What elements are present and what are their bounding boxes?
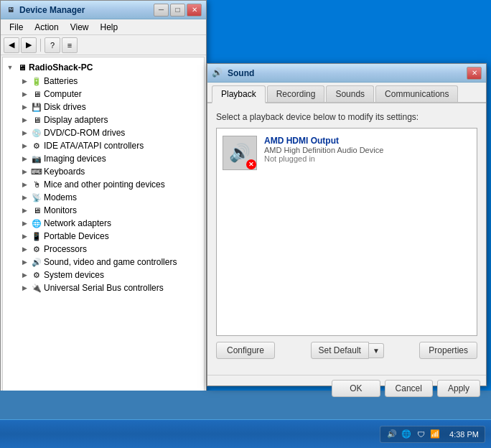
expand-icon[interactable]: ▶ (20, 116, 29, 124)
configure-button[interactable]: Configure (216, 342, 275, 359)
tab-communications[interactable]: Communications (375, 85, 458, 102)
signal-tray-icon[interactable]: 📶 (429, 429, 441, 440)
properties-button[interactable]: Properties (419, 342, 477, 359)
expand-icon[interactable]: ▶ (20, 271, 29, 279)
expand-icon[interactable]: ▶ (20, 129, 29, 137)
tree-item-display[interactable]: ▶ 🖥 Display adapters (6, 113, 201, 126)
network-tray-icon[interactable]: 🌐 (401, 429, 412, 440)
minimize-button[interactable]: ─ (154, 4, 169, 17)
expand-icon[interactable]: ▶ (20, 219, 29, 228)
ide-icon: ⚙ (31, 140, 42, 151)
device-description: AMD High Definition Audio Device (264, 146, 471, 154)
antivirus-tray-icon[interactable]: 🛡 (415, 429, 426, 440)
keyboard-icon: ⌨ (31, 166, 42, 177)
apply-button[interactable]: Apply (437, 380, 480, 397)
set-default-dropdown-button[interactable]: ▼ (369, 343, 384, 358)
device-entry-amd-hdmi[interactable]: 🔊 ✕ AMD HDMI Output AMD High Definition … (220, 131, 474, 174)
menu-action[interactable]: Action (29, 21, 64, 34)
device-manager-menubar: File Action View Help (1, 19, 206, 35)
tree-item-sound[interactable]: ▶ 🔊 Sound, video and game controllers (6, 256, 201, 269)
back-button[interactable]: ◀ (4, 37, 19, 53)
mice-icon: 🖱 (31, 179, 42, 190)
close-button[interactable]: ✕ (187, 4, 202, 17)
tree-item-mice[interactable]: ▶ 🖱 Mice and other pointing devices (6, 178, 201, 191)
sound-icon: 🔊 (31, 256, 42, 268)
sound-dialog-close[interactable]: ✕ (467, 67, 482, 80)
device-thumb: 🔊 ✕ (223, 136, 257, 170)
tree-label-system: System devices (44, 270, 104, 280)
expand-icon[interactable]: ▶ (20, 154, 29, 163)
tree-item-system[interactable]: ▶ ⚙ System devices (6, 269, 201, 281)
device-info: AMD HDMI Output AMD High Definition Audi… (264, 136, 471, 163)
display-icon: 🖥 (31, 114, 42, 126)
root-expand-icon[interactable]: ▼ (6, 63, 14, 72)
maximize-button[interactable]: □ (170, 4, 185, 17)
tree-item-modems[interactable]: ▶ 📡 Modems (6, 191, 201, 204)
properties-toolbar-button[interactable]: ≡ (62, 37, 78, 53)
device-tree[interactable]: ▼ 🖥 RadioShack-PC ▶ 🔋 Batteries ▶ 🖥 Comp… (2, 57, 205, 403)
tree-label-imaging: Imaging devices (44, 154, 106, 164)
tree-item-imaging[interactable]: ▶ 📷 Imaging devices (6, 152, 201, 165)
menu-help[interactable]: Help (95, 21, 124, 34)
tab-sounds[interactable]: Sounds (326, 85, 374, 102)
tab-recording[interactable]: Recording (267, 85, 325, 102)
device-manager-controls: ─ □ ✕ (154, 4, 202, 17)
tab-playback[interactable]: Playback (212, 85, 266, 103)
dialog-bottom-buttons: Configure Set Default ▼ Properties (216, 342, 477, 359)
tree-item-network[interactable]: ▶ 🌐 Network adapters (6, 217, 201, 230)
menu-view[interactable]: View (65, 21, 95, 34)
ok-button[interactable]: OK (332, 380, 380, 397)
expand-icon[interactable]: ▶ (20, 167, 29, 176)
tree-label-ide: IDE ATA/ATAPI controllers (44, 141, 144, 151)
expand-icon[interactable]: ▶ (20, 77, 29, 85)
sound-dialog-title: Sound (228, 68, 467, 78)
computer-icon: 🖥 (31, 88, 42, 100)
expand-icon[interactable]: ▶ (20, 103, 29, 111)
tree-item-batteries[interactable]: ▶ 🔋 Batteries (6, 75, 201, 88)
tree-item-ide[interactable]: ▶ ⚙ IDE ATA/ATAPI controllers (6, 139, 201, 152)
tree-label-keyboards: Keyboards (44, 167, 85, 177)
tree-item-computer[interactable]: ▶ 🖥 Computer (6, 88, 201, 101)
tree-label-processors: Processors (44, 244, 87, 254)
tree-item-monitors[interactable]: ▶ 🖥 Monitors (6, 204, 201, 217)
expand-icon[interactable]: ▶ (20, 206, 29, 215)
expand-icon[interactable]: ▶ (20, 284, 29, 292)
help-button[interactable]: ? (45, 37, 60, 53)
tree-item-keyboards[interactable]: ▶ ⌨ Keyboards (6, 165, 201, 178)
tree-item-usb[interactable]: ▶ 🔌 Universal Serial Bus controllers (6, 281, 201, 294)
expand-icon[interactable]: ▶ (20, 232, 29, 241)
cancel-button[interactable]: Cancel (385, 380, 433, 397)
forward-button[interactable]: ▶ (21, 37, 37, 53)
system-tray: 🔊 🌐 🛡 📶 4:38 PM (380, 426, 485, 443)
expand-icon[interactable]: ▶ (20, 245, 29, 253)
expand-icon[interactable]: ▶ (20, 141, 29, 150)
taskbar: 🔊 🌐 🛡 📶 4:38 PM (0, 419, 491, 448)
device-manager-toolbar: ◀ ▶ ? ≡ (1, 35, 206, 55)
device-manager-window: 🖥 Device Manager ─ □ ✕ File Action View … (0, 0, 207, 406)
device-manager-title-icon: 🖥 (5, 4, 17, 16)
menu-file[interactable]: File (4, 21, 29, 34)
playback-device-list[interactable]: 🔊 ✕ AMD HDMI Output AMD High Definition … (216, 128, 477, 336)
expand-icon[interactable]: ▶ (20, 90, 29, 98)
processors-icon: ⚙ (31, 243, 42, 255)
usb-icon: 🔌 (31, 282, 42, 294)
expand-icon[interactable]: ▶ (20, 258, 29, 266)
tree-item-diskdrives[interactable]: ▶ 💾 Disk drives (6, 101, 201, 113)
sound-dialog: 🔊 Sound ✕ Playback Recording Sounds Comm… (207, 63, 487, 386)
set-default-button[interactable]: Set Default (311, 342, 369, 359)
computer-icon: 🖥 (16, 62, 27, 73)
tree-item-portable[interactable]: ▶ 📱 Portable Devices (6, 230, 201, 243)
expand-icon[interactable]: ▶ (20, 180, 29, 189)
toolbar-separator (40, 39, 41, 52)
tree-item-dvd[interactable]: ▶ 💿 DVD/CD-ROM drives (6, 126, 201, 139)
tree-label-usb: Universal Serial Bus controllers (44, 283, 164, 293)
batteries-icon: 🔋 (31, 75, 42, 87)
expand-icon[interactable]: ▶ (20, 193, 29, 202)
speaker-tray-icon[interactable]: 🔊 (386, 429, 398, 440)
dialog-actions: OK Cancel Apply (207, 375, 486, 401)
root-label: RadioShack-PC (29, 62, 93, 73)
tree-root-item[interactable]: ▼ 🖥 RadioShack-PC (6, 60, 201, 75)
device-name: AMD HDMI Output (264, 136, 471, 146)
tree-item-processors[interactable]: ▶ ⚙ Processors (6, 243, 201, 256)
tree-label-network: Network adapters (44, 218, 111, 228)
